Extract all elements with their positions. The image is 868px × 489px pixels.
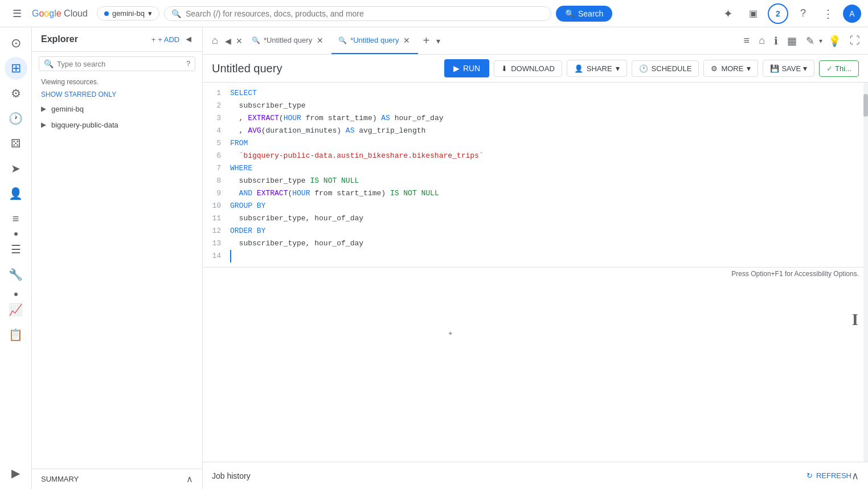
sidebar-search-input[interactable] [57,60,183,68]
info-icon[interactable]: ℹ [771,31,781,51]
tab-untitled-query-1[interactable]: 🔍 *Untitled query ✕ [245,27,331,54]
icon-bar-report[interactable]: 📋 [5,323,27,346]
tree-expand-icon: ▶ [41,121,48,129]
code-line-3: 3 , EXTRACT(HOUR from start_time) AS hou… [203,112,868,125]
download-button[interactable]: ⬇ DOWNLOAD [494,60,562,77]
list-view-icon[interactable]: ≡ [740,31,754,50]
icon-bar-expand[interactable]: ▶ [5,462,27,484]
tab-nav-close1[interactable]: ✕ [234,34,245,48]
more-label: MORE [721,64,743,73]
share-icon: 👤 [574,64,583,73]
add-label: + ADD [158,35,179,44]
share-button[interactable]: 👤 SHARE ▾ [567,60,627,77]
code-line-4: 4 , AVG(duration_minutes) AS avg_trip_le… [203,125,868,137]
more-icon: ⚙ [711,64,718,73]
pencil-dropdown-arrow[interactable]: ▾ [819,37,822,45]
icon-bar-list[interactable]: ☰ [5,238,27,261]
collapse-sidebar-button[interactable]: ◄ [184,34,193,44]
show-starred-button[interactable]: SHOW STARRED ONLY [32,88,202,101]
run-button[interactable]: ▶ RUN [444,59,489,77]
hamburger-menu[interactable]: ☰ [7,3,27,24]
gemini-icon[interactable]: ✦ [718,3,738,24]
tab-close-2[interactable]: ✕ [402,35,411,46]
icon-bar-history[interactable]: 🕐 [5,107,27,130]
add-tab-button[interactable]: + [418,32,434,50]
run-icon: ▶ [453,64,460,73]
job-history-label: Job history [212,471,806,480]
validated-button[interactable]: ✓ Thi... [819,60,859,77]
save-button[interactable]: 💾 SAVE ▾ [763,60,814,77]
summary-chevron-icon: ∧ [186,474,193,484]
code-line-1: 1 SELECT [203,87,868,100]
add-icon: + [152,35,156,44]
tab-close-1[interactable]: ✕ [316,35,325,46]
star-filled-icon[interactable]: ★ [175,120,183,129]
home-icon[interactable]: ⌂ [755,31,768,50]
more-button[interactable]: ⚙ MORE ▾ [703,60,758,77]
tree-expand-icon: ▶ [41,105,48,113]
tab-untitled-query-2[interactable]: 🔍 *Untitled query ✕ [331,27,418,54]
icon-bar-analytics[interactable]: ⚄ [5,132,27,155]
code-line-5: 5 FROM [203,137,868,150]
more-options-icon[interactable]: ⋮ [818,3,838,24]
icon-bar-wrench[interactable]: 🔧 [5,263,27,286]
schedule-icon: 🕐 [639,64,648,73]
tabs-bar: ⌂ ◀ ✕ 🔍 *Untitled query ✕ 🔍 *Untitled qu… [203,27,868,55]
icon-bar-explorer[interactable]: ⊞ [5,57,27,80]
cloud-shell-icon[interactable]: ▣ [743,3,763,24]
code-line-6: 6 `bigquery-public-data.austin_bikeshare… [203,150,868,162]
icon-bar-pipeline[interactable]: ➤ [5,157,27,180]
icon-bar-filter[interactable]: ⚙ [5,82,27,105]
help-icon[interactable]: ? [793,3,813,24]
scrollbar[interactable] [863,83,868,462]
sidebar-item-bigquery-public-data[interactable]: ▶ bigquery-public-data ★ ⋮ [32,117,202,133]
check-icon: ✓ [826,64,833,73]
add-resource-button[interactable]: + + ADD [152,35,180,44]
sidebar-search-icon: 🔍 [44,59,54,68]
search-button[interactable]: 🔍 Search [556,6,612,22]
code-line-9: 9 AND EXTRACT(HOUR from start_time) IS N… [203,187,868,200]
code-editor[interactable]: 1 SELECT 2 subscriber_type 3 , EXTRACT(H… [203,83,868,462]
validated-label: Thi... [835,64,851,73]
tree-item-label: gemini-bq [51,105,172,113]
sidebar-item-gemini-bq[interactable]: ▶ gemini-bq ☆ ⋮ [32,101,202,117]
icon-bar-chart[interactable]: 📈 [5,298,27,321]
sidebar-title: Explorer [41,34,78,44]
lightbulb-icon[interactable]: 💡 [825,31,844,51]
icon-bar-search[interactable]: ⊙ [5,32,27,55]
notification-badge[interactable]: 2 [768,3,788,24]
more-icon[interactable]: ⋮ [185,120,193,129]
icon-bar-dot2 [14,293,18,296]
code-line-8: 8 subscriber_type IS NOT NULL [203,175,868,187]
project-selector[interactable]: gemini-bq ▾ [97,6,159,20]
viewing-label: Viewing resources. [32,76,202,88]
code-line-11: 11 subscriber_type, hour_of_day [203,212,868,225]
icon-bar-table[interactable]: ≡ [5,207,27,230]
download-label: DOWNLOAD [511,64,555,73]
summary-bar[interactable]: SUMMARY ∧ [32,469,202,489]
code-line-7: 7 WHERE [203,162,868,175]
home-tab[interactable]: ⌂ [207,35,223,47]
more-icon[interactable]: ⋮ [185,104,193,113]
avatar[interactable]: A [843,5,861,23]
search-help-icon[interactable]: ? [186,60,190,68]
refresh-label: REFRESH [816,471,851,480]
fullscreen-icon[interactable]: ⛶ [846,31,863,50]
pencil-dropdown: ✎ ▾ [803,31,822,51]
table-view-icon[interactable]: ▦ [784,31,800,51]
refresh-icon: ↻ [806,471,813,480]
schedule-button[interactable]: 🕐 SCHEDULE [632,60,699,77]
global-search-input[interactable] [186,9,544,18]
expand-job-history-button[interactable]: ∧ [851,470,859,482]
save-dropdown-icon: ▾ [803,64,807,73]
tab-label-1: *Untitled query [264,36,312,44]
refresh-button[interactable]: ↻ REFRESH [806,471,851,480]
query-toolbar: Untitled query ▶ RUN ⬇ DOWNLOAD 👤 SHARE … [203,55,868,83]
ai-suggestion-icon: ✦ [448,327,453,340]
icon-bar-user[interactable]: 👤 [5,182,27,205]
scrollbar-thumb [863,94,868,117]
pencil-icon[interactable]: ✎ [803,31,818,51]
share-dropdown-icon: ▾ [616,64,620,73]
star-icon[interactable]: ☆ [175,104,183,113]
tab-more-button[interactable]: ▾ [434,34,443,48]
